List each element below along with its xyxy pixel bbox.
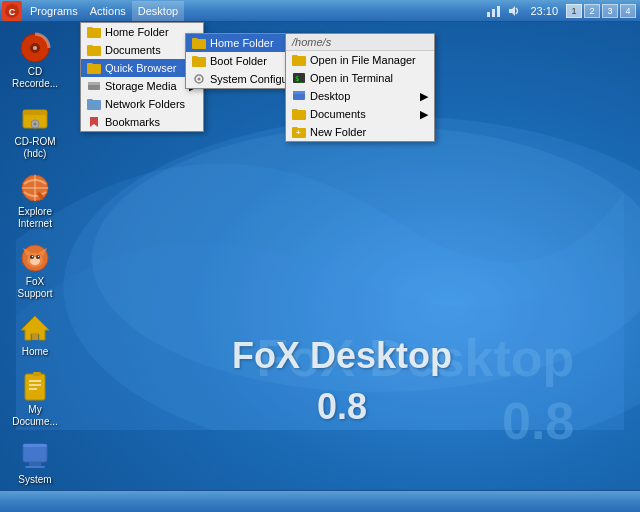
desktop-sub-label: Desktop xyxy=(310,90,350,102)
svg-rect-33 xyxy=(33,372,41,376)
pager-1[interactable]: 1 xyxy=(566,4,582,18)
quick-browser-label: Quick Browser xyxy=(105,62,177,74)
svg-rect-30 xyxy=(29,380,41,382)
svg-rect-5 xyxy=(492,9,495,17)
network-folders-label: Network Folders xyxy=(105,98,185,110)
storage-media-label: Storage Media xyxy=(105,80,177,92)
desktop-icon-fox-support[interactable]: FoXSupport xyxy=(5,240,65,302)
network-tray-icon xyxy=(486,3,502,19)
svg-marker-7 xyxy=(509,6,515,16)
home-folder-icon-2 xyxy=(192,36,206,50)
desktop-icon-system[interactable]: System xyxy=(5,438,65,488)
system-icon xyxy=(19,440,51,472)
fox-support-icon xyxy=(19,242,51,274)
path-label: /home/s xyxy=(292,36,331,48)
svg-point-23 xyxy=(30,255,34,259)
path-header: /home/s xyxy=(286,34,434,51)
desktop-icon-internet[interactable]: ExploreInternet xyxy=(5,170,65,232)
network-folder-icon xyxy=(87,97,101,111)
internet-icon xyxy=(19,172,51,204)
home-folder-popup: /home/s Open in File Manager $_ Open in … xyxy=(285,33,435,142)
svg-point-26 xyxy=(38,256,39,257)
desktop-icons-container: CDRecorde... CD-ROM(hdc) xyxy=(5,30,65,512)
recorder-label: CDRecorde... xyxy=(12,66,58,90)
svg-marker-46 xyxy=(90,117,98,127)
svg-rect-35 xyxy=(23,444,47,447)
menu-item-open-fm[interactable]: Open in File Manager xyxy=(286,51,434,69)
menu-programs[interactable]: Programs xyxy=(24,1,84,21)
home-label: Home xyxy=(22,346,49,358)
file-manager-icon xyxy=(292,53,306,67)
svg-rect-6 xyxy=(497,6,500,17)
folder-icon-2 xyxy=(87,43,101,57)
svg-rect-36 xyxy=(29,462,41,466)
desktop-icon-home[interactable]: Home xyxy=(5,310,65,360)
volume-tray-icon xyxy=(506,3,522,19)
svg-point-10 xyxy=(33,46,37,50)
svg-point-48 xyxy=(198,78,201,81)
svg-rect-28 xyxy=(32,334,38,340)
svg-rect-32 xyxy=(29,388,37,390)
cdrom-icon xyxy=(19,102,51,134)
new-folder-label: New Folder xyxy=(310,126,366,138)
sys-config-icon xyxy=(192,72,206,86)
boot-folder-label: Boot Folder xyxy=(210,55,267,67)
svg-text:+: + xyxy=(296,128,301,137)
svg-rect-31 xyxy=(29,384,41,386)
open-fm-label: Open in File Manager xyxy=(310,54,416,66)
bookmark-icon xyxy=(87,115,101,129)
folder-icon xyxy=(87,25,101,39)
svg-rect-4 xyxy=(487,12,490,17)
pager-3[interactable]: 3 xyxy=(602,4,618,18)
svg-rect-45 xyxy=(88,82,100,85)
menu-item-network[interactable]: Network Folders xyxy=(81,95,203,113)
bookmarks-label: Bookmarks xyxy=(105,116,160,128)
svg-text:$_: $_ xyxy=(295,75,304,83)
svg-rect-12 xyxy=(23,110,47,115)
svg-point-14 xyxy=(34,123,37,126)
documents-label: MyDocume... xyxy=(12,404,58,428)
taskbar-tray: 23:10 1 2 3 4 xyxy=(486,3,640,19)
svg-text:C: C xyxy=(9,7,16,17)
menu-item-new-folder[interactable]: + New Folder xyxy=(286,123,434,141)
menu-item-open-terminal[interactable]: $_ Open in Terminal xyxy=(286,69,434,87)
storage-icon xyxy=(87,79,101,93)
menu-desktop[interactable]: Desktop xyxy=(132,1,184,21)
system-label: System xyxy=(18,474,51,486)
svg-rect-37 xyxy=(25,466,45,468)
desktop-sub-arrow: ▶ xyxy=(412,90,428,103)
pager-4[interactable]: 4 xyxy=(620,4,636,18)
fox-support-label: FoXSupport xyxy=(17,276,52,300)
documents-sub-icon xyxy=(292,107,306,121)
pager-2[interactable]: 2 xyxy=(584,4,600,18)
home-folder-2-label: Home Folder xyxy=(210,37,274,49)
documents-sub-arrow: ▶ xyxy=(412,108,428,121)
recorder-icon xyxy=(19,32,51,64)
desktop-icon-cdrom[interactable]: CD-ROM(hdc) xyxy=(5,100,65,162)
clock: 23:10 xyxy=(526,5,562,17)
menu-item-bookmarks[interactable]: Bookmarks xyxy=(81,113,203,131)
open-terminal-label: Open in Terminal xyxy=(310,72,393,84)
workspace-pager: 1 2 3 4 xyxy=(566,4,636,18)
documents-icon xyxy=(19,370,51,402)
svg-rect-52 xyxy=(293,91,305,94)
internet-label: ExploreInternet xyxy=(18,206,52,230)
desktop-sub-icon xyxy=(292,89,306,103)
desktop-icon-recorder[interactable]: CDRecorde... xyxy=(5,30,65,92)
menu-item-desktop-sub[interactable]: Desktop ▶ xyxy=(286,87,434,105)
svg-point-25 xyxy=(32,256,33,257)
taskbar: C Programs Actions Desktop 23:10 1 2 3 xyxy=(0,0,640,22)
menu-actions[interactable]: Actions xyxy=(84,1,132,21)
terminal-icon: $_ xyxy=(292,71,306,85)
desktop-icon-documents[interactable]: MyDocume... xyxy=(5,368,65,430)
bottom-taskbar xyxy=(0,490,640,512)
svg-point-24 xyxy=(36,255,40,259)
new-folder-icon: + xyxy=(292,125,306,139)
menu-item-documents-sub[interactable]: Documents ▶ xyxy=(286,105,434,123)
svg-rect-29 xyxy=(25,374,45,400)
taskbar-logo[interactable]: C xyxy=(2,1,22,21)
home-icon xyxy=(19,312,51,344)
home-folder-label: Home Folder xyxy=(105,26,169,38)
boot-folder-icon xyxy=(192,54,206,68)
documents-sub-label: Documents xyxy=(310,108,366,120)
